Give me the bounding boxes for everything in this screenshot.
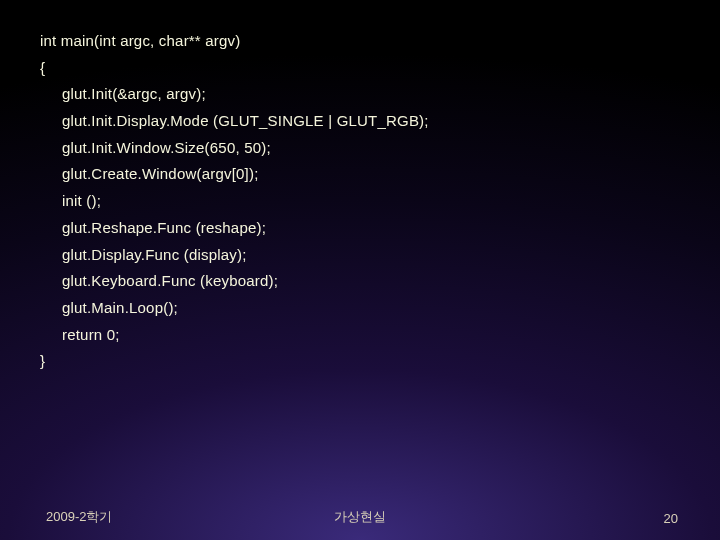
code-line: { <box>40 55 680 82</box>
code-block: int main(int argc, char** argv) { glut.I… <box>40 28 680 375</box>
code-line: glut.Main.Loop(); <box>40 295 680 322</box>
code-line: glut.Keyboard.Func (keyboard); <box>40 268 680 295</box>
code-line: glut.Init.Display.Mode (GLUT_SINGLE | GL… <box>40 108 680 135</box>
code-line: glut.Init.Window.Size(650, 50); <box>40 135 680 162</box>
code-line: return 0; <box>40 322 680 349</box>
code-line: glut.Display.Func (display); <box>40 242 680 269</box>
footer-left: 2009-2학기 <box>46 508 112 526</box>
code-line: int main(int argc, char** argv) <box>40 28 680 55</box>
code-line: glut.Reshape.Func (reshape); <box>40 215 680 242</box>
code-line: glut.Init(&argc, argv); <box>40 81 680 108</box>
code-line: glut.Create.Window(argv[0]); <box>40 161 680 188</box>
code-line: init (); <box>40 188 680 215</box>
page-number: 20 <box>664 511 678 526</box>
slide: int main(int argc, char** argv) { glut.I… <box>0 0 720 540</box>
code-line: } <box>40 348 680 375</box>
footer-center: 가상현실 <box>334 508 386 526</box>
